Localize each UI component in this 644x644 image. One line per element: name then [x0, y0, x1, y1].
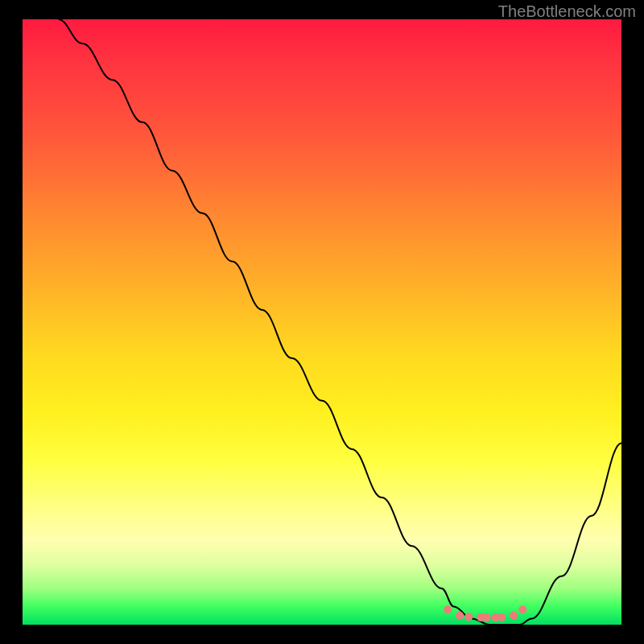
optimal-point-marker	[456, 612, 464, 620]
optimal-point-marker	[497, 613, 506, 621]
bottleneck-curve	[23, 19, 621, 625]
optimal-point-marker	[483, 613, 491, 621]
optimal-point-marker	[510, 612, 518, 620]
optimal-point-marker	[464, 613, 473, 621]
optimal-point-marker	[518, 605, 526, 613]
watermark-text: TheBottleneck.com	[498, 2, 636, 21]
optimal-point-marker	[444, 605, 452, 613]
chart-plot-area	[23, 19, 621, 625]
